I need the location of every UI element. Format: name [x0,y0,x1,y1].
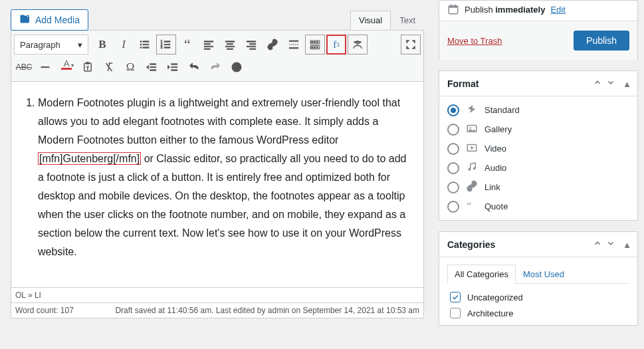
svg-rect-36 [316,47,318,48]
category-architecture[interactable]: Architecture [450,308,629,318]
format-option-link[interactable]: Link [447,180,629,194]
fullscreen-button[interactable] [401,35,421,55]
audio-icon [466,161,478,175]
align-center-button[interactable] [220,35,240,55]
panel-toggle-icon[interactable]: ▴ [625,78,629,89]
svg-text:3: 3 [161,46,163,49]
svg-rect-39 [41,66,49,68]
svg-rect-47 [171,66,177,68]
editor-mode-tabs: Visual Text [350,11,424,30]
help-button[interactable] [227,57,247,77]
format-option-audio[interactable]: Audio [447,161,629,175]
radio-icon [447,124,459,136]
numbered-list-button[interactable]: 123 [156,35,176,55]
svg-rect-27 [289,44,298,45]
svg-text:T: T [86,66,89,70]
editor-content[interactable]: Modern Footnotes plugin is a lightweight… [11,82,424,288]
standard-icon [466,103,478,117]
categories-panel: Categories ▴ All Categories Most Used Un… [439,231,638,326]
paragraph-select[interactable]: Paragraph ▾ [14,35,88,55]
svg-rect-17 [204,49,210,50]
video-icon [466,142,478,156]
svg-rect-11 [164,41,170,43]
format-option-quote[interactable]: “Quote [447,199,629,213]
svg-rect-21 [227,49,233,50]
svg-point-3 [140,44,142,45]
redo-button[interactable] [205,57,225,77]
indent-button[interactable] [163,57,183,77]
horizontal-rule-button[interactable] [35,57,55,77]
paste-text-button[interactable]: T [78,57,98,77]
svg-rect-18 [225,41,235,43]
checkbox-icon [450,292,461,302]
tab-most-used[interactable]: Most Used [516,265,572,284]
svg-rect-38 [354,42,362,43]
tab-all-categories[interactable]: All Categories [447,265,516,284]
panel-move-down-icon[interactable] [606,239,615,250]
tab-visual[interactable]: Visual [350,11,391,30]
special-char-button[interactable]: Ω [120,57,140,77]
element-path[interactable]: OL » LI [11,288,424,303]
svg-rect-24 [247,46,256,47]
svg-rect-5 [143,41,149,43]
align-right-button[interactable] [241,35,261,55]
svg-rect-44 [150,66,156,68]
svg-rect-34 [312,47,313,48]
format-option-video[interactable]: Video [447,142,629,156]
svg-rect-52 [449,6,458,8]
chevron-down-icon: ▾ [78,40,82,50]
publish-edit-link[interactable]: Edit [550,5,565,15]
panel-move-down-icon[interactable] [606,78,615,89]
bold-button[interactable]: B [92,35,112,55]
text-color-button[interactable]: A▾ [56,57,76,77]
add-media-button[interactable]: Add Media [11,9,88,31]
list-item[interactable]: Modern Footnotes plugin is a lightweight… [38,94,414,261]
link-button[interactable] [263,35,282,55]
bullet-list-button[interactable] [135,35,155,55]
blockquote-button[interactable]: “ [177,35,197,55]
svg-point-4 [140,47,142,48]
format-option-standard[interactable]: Standard [447,103,629,117]
distraction-free-button[interactable] [348,35,368,55]
svg-text:“: “ [467,200,472,211]
svg-rect-6 [143,44,149,45]
link-icon [466,180,478,194]
panel-move-up-icon[interactable] [593,78,602,89]
toolbar-toggle-button[interactable] [305,35,325,55]
svg-rect-41 [86,62,90,64]
svg-point-2 [140,41,142,42]
undo-button[interactable] [184,57,204,77]
svg-rect-14 [204,41,213,43]
svg-rect-48 [171,70,177,71]
gallery-icon [466,122,478,136]
paragraph-select-label: Paragraph [20,40,60,50]
read-more-button[interactable] [284,35,304,55]
format-panel: Format ▴ StandardGalleryVideoAudioLink“Q… [439,70,638,221]
outdent-button[interactable] [142,57,161,77]
format-label: Link [484,182,500,192]
panel-move-up-icon[interactable] [593,239,602,250]
svg-rect-28 [289,48,298,49]
media-icon [19,14,31,26]
format-label: Standard [484,105,520,115]
svg-rect-35 [314,47,316,48]
category-uncategorized[interactable]: Uncategorized [450,292,629,302]
panel-toggle-icon[interactable]: ▴ [625,239,629,250]
align-left-button[interactable] [199,35,219,55]
strikethrough-button[interactable]: ABC [14,57,34,77]
tab-text[interactable]: Text [391,11,424,30]
move-to-trash-link[interactable]: Move to Trash [447,36,502,46]
footnote-button[interactable]: f3 [326,35,346,55]
italic-button[interactable]: I [114,35,134,55]
clear-formatting-button[interactable] [99,57,119,77]
svg-point-59 [473,167,476,170]
category-label: Uncategorized [467,292,523,302]
publish-button[interactable]: Publish [574,31,629,51]
svg-rect-31 [314,42,316,43]
radio-icon [447,104,459,116]
format-option-gallery[interactable]: Gallery [447,122,629,136]
radio-icon [447,143,459,155]
svg-rect-7 [143,47,149,49]
svg-point-58 [468,168,471,171]
svg-rect-22 [247,41,256,43]
